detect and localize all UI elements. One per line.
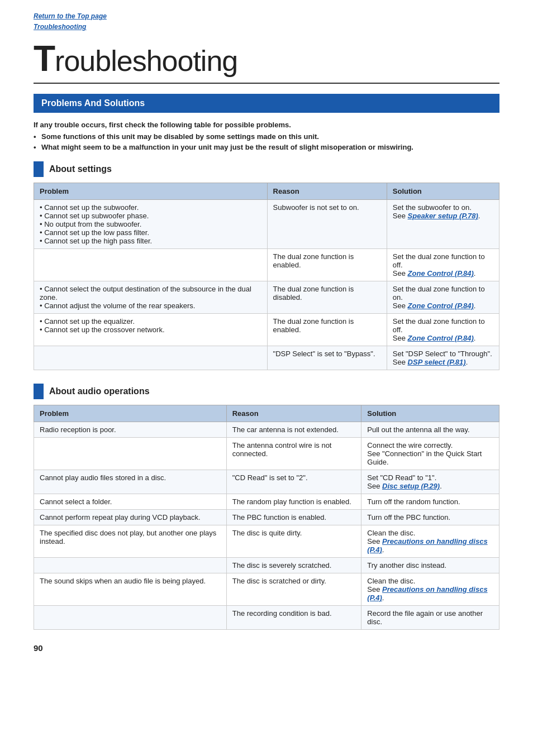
page-title: Troubleshooting <box>34 38 237 79</box>
table-row: The disc is severely scratched.Try anoth… <box>34 558 499 573</box>
audio-solution-cell: Turn off the PBC function. <box>361 510 499 525</box>
audio-reason-cell: The car antenna is not extended. <box>226 422 361 438</box>
audio-table: Problem Reason Solution Radio reception … <box>34 405 499 630</box>
settings-reason-cell: Subwoofer is not set to on. <box>267 200 387 249</box>
audio-reason-cell: The PBC function is enabled. <box>226 510 361 525</box>
settings-reason-cell: The dual zone function is enabled. <box>267 249 387 281</box>
settings-col-problem: Problem <box>34 183 268 200</box>
settings-problem-cell: • Cannot set up the equalizer. • Cannot … <box>34 314 268 346</box>
audio-reason-cell: The antenna control wire is not connecte… <box>226 438 361 470</box>
audio-reason-cell: The random play function is enabled. <box>226 494 361 510</box>
audio-col-problem: Problem <box>34 405 227 422</box>
settings-reason-cell: The dual zone function is enabled. <box>267 314 387 346</box>
audio-solution-cell: Pull out the antenna all the way. <box>361 422 499 438</box>
settings-solution-cell: Set the subwoofer to on.See Speaker setu… <box>387 200 499 249</box>
audio-problem-cell: The sound skips when an audio file is be… <box>34 573 227 606</box>
table-row: • Cannot set up the subwoofer. • Cannot … <box>34 200 499 249</box>
settings-reason-cell: The dual zone function is disabled. <box>267 281 387 314</box>
breadcrumb: Return to the Top page Troubleshooting <box>34 11 499 32</box>
section-header-problems: Problems And Solutions <box>34 94 499 113</box>
solution-link[interactable]: Zone Control (P.84) <box>408 269 474 277</box>
audio-solution-cell: Clean the disc.See Precautions on handli… <box>361 573 499 606</box>
table-row: Cannot perform repeat play during VCD pl… <box>34 510 499 525</box>
audio-reason-cell: The disc is severely scratched. <box>226 558 361 573</box>
table-row: The dual zone function is enabled.Set th… <box>34 249 499 281</box>
page-number: 90 <box>34 643 499 653</box>
audio-problem-cell <box>34 606 227 630</box>
settings-col-reason: Reason <box>267 183 387 200</box>
settings-problem-cell <box>34 249 268 281</box>
about-audio-header: About audio operations <box>34 384 499 399</box>
solution-link[interactable]: Disc setup (P.29) <box>382 482 440 490</box>
settings-solution-cell: Set the dual zone function to off.See Zo… <box>387 249 499 281</box>
audio-problem-cell: Radio reception is poor. <box>34 422 227 438</box>
solution-link[interactable]: Speaker setup (P.78) <box>408 212 478 220</box>
settings-icon <box>34 161 44 177</box>
troubleshooting-link[interactable]: Troubleshooting <box>34 23 86 31</box>
audio-solution-cell: Set "CD Read" to "1".See Disc setup (P.2… <box>361 470 499 494</box>
about-settings-header: About settings <box>34 161 499 177</box>
table-row: Cannot play audio files stored in a disc… <box>34 470 499 494</box>
bullet-list: Some functions of this unit may be disab… <box>34 132 499 151</box>
settings-solution-cell: Set "DSP Select" to "Through".See DSP se… <box>387 346 499 370</box>
top-page-link[interactable]: Return to the Top page <box>34 12 107 20</box>
audio-reason-cell: The disc is scratched or dirty. <box>226 573 361 606</box>
table-row: • Cannot select the output destination o… <box>34 281 499 314</box>
bullet-item-1: Some functions of this unit may be disab… <box>34 132 499 141</box>
audio-solution-cell: Connect the wire correctly. See "Connect… <box>361 438 499 470</box>
audio-problem-cell: Cannot play audio files stored in a disc… <box>34 470 227 494</box>
audio-reason-cell: "CD Read" is set to "2". <box>226 470 361 494</box>
settings-reason-cell: "DSP Select" is set to "Bypass". <box>267 346 387 370</box>
bullet-item-2: What might seem to be a malfunction in y… <box>34 143 499 151</box>
audio-problem-cell: The specified disc does not play, but an… <box>34 525 227 558</box>
solution-link[interactable]: Zone Control (P.84) <box>408 334 474 342</box>
settings-problem-cell: • Cannot select the output destination o… <box>34 281 268 314</box>
page-title-first-letter: T <box>34 39 55 79</box>
table-row: "DSP Select" is set to "Bypass".Set "DSP… <box>34 346 499 370</box>
table-row: The antenna control wire is not connecte… <box>34 438 499 470</box>
settings-table: Problem Reason Solution • Cannot set up … <box>34 183 499 370</box>
audio-solution-cell: Turn off the random function. <box>361 494 499 510</box>
solution-link[interactable]: DSP select (P.81) <box>408 358 466 366</box>
page-title-rest: roubleshooting <box>55 45 237 77</box>
audio-problem-cell: Cannot select a folder. <box>34 494 227 510</box>
settings-solution-cell: Set the dual zone function to off.See Zo… <box>387 314 499 346</box>
settings-col-solution: Solution <box>387 183 499 200</box>
audio-icon <box>34 384 44 399</box>
table-row: The sound skips when an audio file is be… <box>34 573 499 606</box>
solution-link[interactable]: Precautions on handling discs (P.4) <box>367 585 487 602</box>
table-row: The specified disc does not play, but an… <box>34 525 499 558</box>
settings-table-header-row: Problem Reason Solution <box>34 183 499 200</box>
solution-link[interactable]: Zone Control (P.84) <box>408 302 474 310</box>
intro-text: If any trouble occurs, first check the f… <box>34 121 499 129</box>
audio-solution-cell: Clean the disc.See Precautions on handli… <box>361 525 499 558</box>
table-row: Radio reception is poor.The car antenna … <box>34 422 499 438</box>
table-row: The recording condition is bad.Record th… <box>34 606 499 630</box>
page-title-section: Troubleshooting <box>34 38 499 84</box>
about-settings-label: About settings <box>49 164 112 174</box>
table-row: Cannot select a folder.The random play f… <box>34 494 499 510</box>
audio-solution-cell: Record the file again or use another dis… <box>361 606 499 630</box>
audio-reason-cell: The disc is quite dirty. <box>226 525 361 558</box>
about-audio-label: About audio operations <box>49 386 150 396</box>
audio-table-header-row: Problem Reason Solution <box>34 405 499 422</box>
settings-problem-cell: • Cannot set up the subwoofer. • Cannot … <box>34 200 268 249</box>
settings-solution-cell: Set the dual zone function to on.See Zon… <box>387 281 499 314</box>
audio-problem-cell <box>34 438 227 470</box>
audio-col-reason: Reason <box>226 405 361 422</box>
solution-link[interactable]: Precautions on handling discs (P.4) <box>367 537 487 554</box>
audio-problem-cell: Cannot perform repeat play during VCD pl… <box>34 510 227 525</box>
settings-problem-cell <box>34 346 268 370</box>
audio-col-solution: Solution <box>361 405 499 422</box>
audio-problem-cell <box>34 558 227 573</box>
table-row: • Cannot set up the equalizer. • Cannot … <box>34 314 499 346</box>
audio-solution-cell: Try another disc instead. <box>361 558 499 573</box>
audio-reason-cell: The recording condition is bad. <box>226 606 361 630</box>
